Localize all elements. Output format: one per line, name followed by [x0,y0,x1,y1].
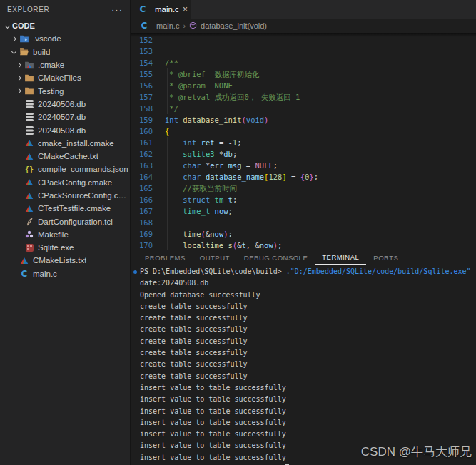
terminal-output-line: insert value to table successfully [140,429,476,440]
folder-icon [24,87,35,95]
tree-item-label: 20240508.db [38,126,86,135]
tree-item--vscode[interactable]: .vscode [0,32,130,45]
ellipsis-icon[interactable]: ··· [111,6,123,14]
line-number: 156 [131,80,153,91]
tab-main-c[interactable]: C main.c × [131,0,191,19]
code-line-165: 165 //获取当前时间 [131,183,476,194]
code-text [153,47,165,56]
feather-icon [24,218,35,226]
tree-item-cmake-install-cmake[interactable]: cmake_install.cmake [0,137,130,150]
tree-item-sqlite-exe[interactable]: Sqlite.exe [0,241,130,254]
line-number: 161 [131,137,153,148]
command-dot-icon [133,270,137,274]
code-text: int ret = -1; [153,138,242,147]
tree-item-20240508-db[interactable]: 20240508.db [0,123,130,136]
tree-item-dartconfiguration-tcl[interactable]: DartConfiguration.tcl [0,215,130,228]
line-number: 160 [131,126,153,137]
chevron-right-icon[interactable] [16,62,21,67]
tree-item-cmakecache-txt[interactable]: CMakeCache.txt [0,150,130,163]
tree-item-20240507-db[interactable]: 20240507.db [0,111,130,123]
breadcrumb-separator: › [183,21,186,30]
tree-item-cpacksourceconfig-cmake[interactable]: CPackSourceConfig.cmake [0,189,130,202]
panel-tabs: PROBLEMSOUTPUTDEBUG CONSOLETERMINALPORTS [131,250,476,265]
code-text: time_t now; [153,207,233,215]
tree-item-build[interactable]: build [0,46,130,58]
tree-item-label: CPackSourceConfig.cmake [38,191,130,200]
tree-item-main-c[interactable]: Cmain.c [0,267,130,280]
chevron-right-icon[interactable] [16,76,21,81]
tree-item-label: build [33,48,50,56]
close-icon[interactable]: × [183,5,188,14]
code-line-170: 170 localtime_s(&t, &now); [131,240,476,250]
tree-item--cmake[interactable]: .cmake [0,58,130,71]
chevron-right-icon[interactable] [11,36,16,41]
terminal-prompt: PS D:\Embedded\SQLite\code\build> [140,267,282,275]
code-text: */ [153,104,178,113]
terminal-output-line: create table successfully [140,371,476,382]
tree-item-label: Testing [38,87,64,96]
tree-item-makefile[interactable]: Makefile [0,228,130,241]
line-number: 164 [131,171,153,183]
tree-item-label: CMakeLists.txt [33,256,86,265]
code-line-158: 158 */ [131,103,476,114]
cmake-icon [24,139,35,147]
sidebar-header: EXPLORER ··· [0,0,130,19]
tree-item-testing[interactable]: Testing [0,84,130,97]
tree-item-code[interactable]: CODE [0,19,130,32]
line-number: 158 [131,103,153,114]
code-text [153,36,165,44]
code-text: time(&now); [153,230,233,238]
panel-tab-terminal[interactable]: TERMINAL [315,250,366,265]
tree-item-label: CMakeFiles [38,73,81,82]
database-icon [24,100,35,108]
folder-cmake-icon [24,61,35,69]
panel-tab-problems[interactable]: PROBLEMS [138,250,193,265]
explorer-sidebar: EXPLORER ··· CODE.vscodebuild.cmakeCMake… [0,0,131,465]
terminal-output-line: create table successfully [140,336,476,347]
tree-item-cmakefiles[interactable]: CMakeFiles [0,71,130,84]
makefile-icon [24,230,35,239]
line-number: 154 [131,57,153,68]
tree-item-20240506-db[interactable]: 20240506.db [0,98,130,111]
database-icon [24,126,35,135]
breadcrumb-symbol[interactable]: database_init(void) [201,21,267,30]
code-text: char *err_msg = NULL; [153,161,278,170]
tree-item-ctesttestfile-cmake[interactable]: CTestTestfile.cmake [0,202,130,215]
line-number: 153 [131,46,153,57]
terminal[interactable]: PS D:\Embedded\SQLite\code\build> ."D:/E… [131,265,476,465]
cmake-icon [24,153,35,160]
editor-group: C main.c × C main.c › database_init(void… [131,0,476,465]
tree-item-cpackconfig-cmake[interactable]: CPackConfig.cmake [0,176,130,189]
chevron-right-icon[interactable] [16,88,21,93]
terminal-output-line: create table successfully [140,359,476,370]
panel-tab-ports[interactable]: PORTS [366,250,405,265]
line-number: 166 [131,194,153,205]
panel-tab-output[interactable]: OUTPUT [193,250,237,265]
tree-item-label: .cmake [38,61,64,69]
indent-guide [16,58,16,254]
terminal-output-line: insert value to table successfully [140,406,476,417]
chevron-down-icon[interactable] [11,49,16,54]
tree-item-cmakelists-txt[interactable]: CMakeLists.txt [0,254,130,267]
chevron-down-icon[interactable] [5,24,10,29]
code-line-168: 168 [131,217,476,228]
terminal-command: ."D:/Embedded/SQLite/code/build/Sqlite.e… [282,267,471,275]
panel-tab-debug-console[interactable]: DEBUG CONSOLE [237,250,315,265]
cmake-icon [24,192,35,200]
code-editor[interactable]: 152153154/**155 * @brief 数据库初始化156 * @pa… [131,33,476,250]
code-line-162: 162 sqlite3 *db; [131,148,476,160]
breadcrumb-file[interactable]: main.c [156,21,179,30]
line-number: 170 [131,240,153,250]
line-number: 155 [131,68,153,80]
code-text: /** [153,58,178,67]
code-text: //获取当前时间 [153,184,237,193]
tree-item-label: CODE [12,21,35,30]
line-number: 165 [131,183,153,194]
tree-item-compile-commands-json[interactable]: {}compile_commands.json [0,163,130,175]
terminal-output-line: Opened database successfully [140,290,476,301]
cmake-icon [24,205,35,213]
tree-item-label: main.c [33,270,57,278]
terminal-output-line: create table successfully [140,324,476,335]
terminal-output-line: create table successfully [140,312,476,324]
line-number: 159 [131,114,153,126]
